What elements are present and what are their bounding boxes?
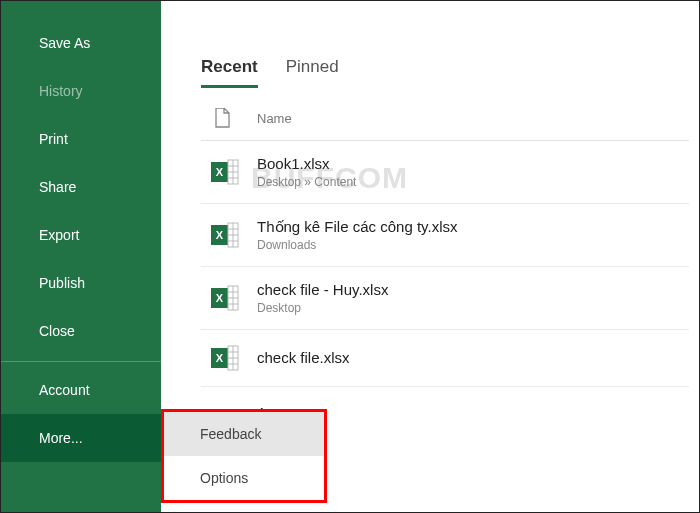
file-name: Thống kê File các công ty.xlsx [257,218,457,236]
sidebar: Save As History Print Share Export Publi… [1,1,161,512]
sidebar-item-print[interactable]: Print [1,115,161,163]
sidebar-item-history[interactable]: History [1,67,161,115]
sidebar-item-account[interactable]: Account [1,366,161,414]
excel-file-icon: X [211,344,239,372]
list-item[interactable]: X check file - Huy.xlsx Desktop [201,267,689,330]
list-item[interactable]: X Thống kê File các công ty.xlsx Downloa… [201,204,689,267]
popup-item-options[interactable]: Options [164,456,324,500]
sidebar-divider [1,361,161,362]
popup-item-feedback[interactable]: Feedback [164,412,324,456]
file-name: Book1.xlsx [257,155,356,173]
list-item[interactable]: X check file.xlsx [201,330,689,387]
sidebar-item-share[interactable]: Share [1,163,161,211]
sidebar-item-more[interactable]: More... [1,414,161,462]
file-name: check file.xlsx [257,349,350,367]
sidebar-item-publish[interactable]: Publish [1,259,161,307]
svg-text:X: X [216,292,224,304]
svg-text:X: X [216,352,224,364]
file-name: check file - Huy.xlsx [257,281,388,299]
list-header: Name [201,88,689,141]
tabs: Recent Pinned [201,57,699,88]
svg-text:X: X [216,229,224,241]
sidebar-item-export[interactable]: Export [1,211,161,259]
tab-pinned[interactable]: Pinned [286,57,339,88]
more-popup: Feedback Options [161,409,327,503]
excel-file-icon: X [211,158,239,186]
list-item[interactable]: X Book1.xlsx Desktop » Content [201,141,689,204]
svg-text:X: X [216,166,224,178]
file-path: Desktop [257,301,388,315]
sidebar-item-close[interactable]: Close [1,307,161,355]
sidebar-item-save-as[interactable]: Save As [1,19,161,67]
excel-file-icon: X [211,221,239,249]
file-path: Downloads [257,238,457,252]
document-icon [211,108,233,128]
excel-file-icon: X [211,284,239,312]
header-name: Name [257,111,292,126]
tab-recent[interactable]: Recent [201,57,258,88]
file-path: Desktop » Content [257,175,356,189]
